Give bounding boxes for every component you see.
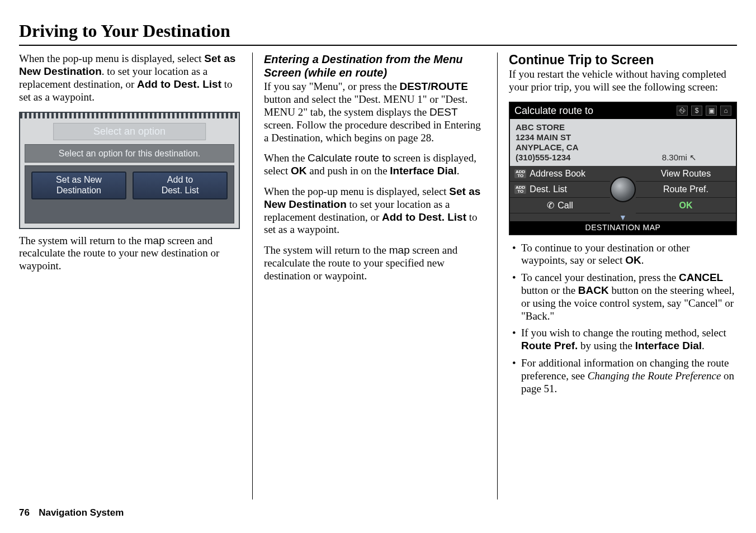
- screenshot-calculate-route: Calculate route to ⛗ $ ▣ ⌂ ABC STORE 123…: [509, 102, 737, 235]
- col2-p1: If you say "Menu", or press the DEST/ROU…: [264, 80, 486, 144]
- ss1-title: Select an option: [53, 123, 206, 141]
- ss2-options-grid: ADD TOAddress Book ADD TODest. List ✆Cal…: [510, 166, 736, 213]
- call-button: ✆Call: [510, 198, 610, 213]
- col2-p4: The system will return to the map screen…: [264, 244, 486, 282]
- page-footer: 76 Navigation System: [19, 507, 124, 518]
- screenshot-select-option: Select an option Select an option for th…: [19, 112, 240, 229]
- dest-addr1: 1234 MAIN ST: [516, 132, 730, 142]
- column-3: Continue Trip to Screen If you restart t…: [497, 53, 737, 499]
- dest-name: ABC STORE: [516, 122, 730, 132]
- column-1: When the pop-up menu is displayed, selec…: [19, 53, 252, 499]
- phone-icon: ✆: [547, 200, 554, 211]
- col1-p1: When the pop-up menu is displayed, selec…: [19, 53, 241, 103]
- ss2-footer: DESTINATION MAP: [510, 221, 736, 234]
- ss1-subtitle: Select an option for this destination.: [25, 144, 234, 163]
- ss2-destination-info: ABC STORE 1234 MAIN ST ANYPLACE, CA (310…: [510, 119, 736, 166]
- dest-addr2: ANYPLACE, CA: [516, 142, 730, 153]
- ss2-dial: [610, 166, 636, 213]
- page-number: 76: [19, 507, 30, 518]
- down-arrow-icon: ▼: [510, 213, 736, 221]
- route-pref-button: Route Pref.: [636, 182, 736, 197]
- col3-heading: Continue Trip to Screen: [509, 53, 737, 68]
- add-to-dest-list-button: Add to Dest. List: [133, 172, 228, 199]
- col3-bullets: To continue to your destination or other…: [509, 242, 737, 396]
- view-routes-button: View Routes: [636, 166, 736, 182]
- col2-p3: When the pop-up menu is displayed, selec…: [264, 185, 486, 236]
- ferry-icon: ▣: [706, 106, 717, 116]
- ss2-right-col: View Routes Route Pref. OK: [636, 166, 736, 213]
- col2-heading: Entering a Destination from the Menu Scr…: [264, 53, 486, 79]
- ss2-title-text: Calculate route to: [514, 105, 593, 117]
- interface-dial-icon: [610, 177, 636, 202]
- screenshot-decor: [20, 113, 239, 118]
- address-book-button: ADD TOAddress Book: [510, 166, 610, 182]
- bullet-1: To continue to your destination or other…: [509, 242, 737, 268]
- col1-p2: The system will return to the map screen…: [19, 235, 241, 273]
- col2-p2: When the Calculate route to screen is di…: [264, 152, 486, 178]
- set-as-new-destination-button: Set as New Destination: [31, 172, 126, 199]
- dest-phone: (310)555-1234: [516, 153, 730, 163]
- dest-distance: 8.30mi ↖: [662, 153, 697, 163]
- page-title: Driving to Your Destination: [19, 20, 737, 46]
- ss1-body: Set as New Destination Add to Dest. List: [25, 165, 234, 223]
- ss2-left-col: ADD TOAddress Book ADD TODest. List ✆Cal…: [510, 166, 610, 213]
- col3-p1: If you restart the vehicle without havin…: [509, 68, 737, 94]
- lock-icon: ⌂: [720, 106, 731, 116]
- toll-icon: $: [691, 106, 702, 116]
- bullet-2: To cancel your destination, press the CA…: [509, 272, 737, 322]
- footer-section: Navigation System: [39, 507, 124, 518]
- ss2-title-bar: Calculate route to ⛗ $ ▣ ⌂: [510, 103, 736, 120]
- dest-list-button: ADD TODest. List: [510, 182, 610, 197]
- bullet-3: If you wish to change the routing method…: [509, 327, 737, 353]
- ss2-title-icons: ⛗ $ ▣ ⌂: [677, 106, 731, 116]
- columns: When the pop-up menu is displayed, selec…: [19, 53, 737, 499]
- ok-button: OK: [636, 198, 736, 213]
- column-2: Entering a Destination from the Menu Scr…: [252, 53, 497, 499]
- cursor-icon: ↖: [689, 153, 697, 162]
- freeway-icon: ⛗: [677, 106, 688, 116]
- bullet-4: For additional information on changing t…: [509, 357, 737, 395]
